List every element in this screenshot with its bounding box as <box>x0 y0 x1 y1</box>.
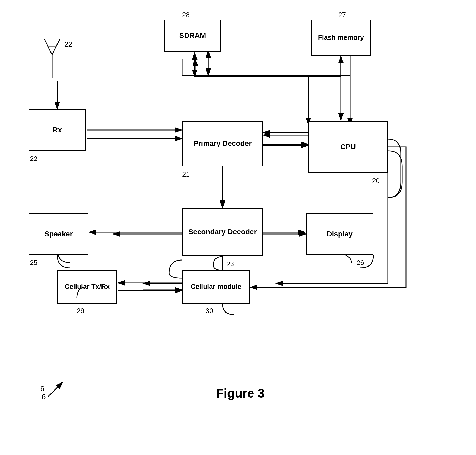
sdram-label: SDRAM <box>179 31 206 40</box>
cpu-label: CPU <box>340 142 356 152</box>
speaker-label: Speaker <box>45 229 73 239</box>
ref-25: 25 <box>30 259 37 267</box>
secondary-decoder-box: Secondary Decoder <box>182 208 263 256</box>
display-box: Display <box>306 213 373 255</box>
secondary-decoder-label: Secondary Decoder <box>188 227 257 237</box>
cellular-txrx-box: Cellular Tx/Rx <box>57 270 117 304</box>
ref-28: 28 <box>182 11 190 19</box>
ref-24: 22 <box>65 40 72 48</box>
antenna-icon <box>42 34 62 81</box>
ref-30: 30 <box>206 307 213 315</box>
flash-label: Flash memory <box>318 33 364 42</box>
cellular-txrx-label: Cellular Tx/Rx <box>65 282 110 291</box>
svg-text:6: 6 <box>42 393 46 401</box>
antenna-symbol <box>42 34 62 82</box>
sdram-box: SDRAM <box>164 20 221 52</box>
cpu-box: CPU <box>308 121 388 173</box>
figure-caption: Figure 3 <box>216 386 265 400</box>
speaker-box: Speaker <box>29 213 88 255</box>
flash-box: Flash memory <box>311 20 371 56</box>
rx-box: Rx <box>29 109 86 151</box>
primary-decoder-label: Primary Decoder <box>193 139 252 148</box>
ref-26: 26 <box>357 259 364 267</box>
ref-27: 27 <box>338 11 346 19</box>
ref-23: 23 <box>226 260 234 268</box>
cellular-module-label: Cellular module <box>191 282 241 291</box>
ref-20: 20 <box>372 177 380 185</box>
fig-ref-svg: 6 <box>40 377 72 403</box>
ref-22: 22 <box>30 155 37 163</box>
cellular-module-box: Cellular module <box>182 270 250 304</box>
diagram: 22 SDRAM 28 Flash memory 27 Rx 22 Primar… <box>0 0 476 455</box>
rx-label: Rx <box>53 125 62 135</box>
svg-line-32 <box>48 382 62 396</box>
ref-29: 29 <box>77 307 84 315</box>
ref-21: 21 <box>182 170 190 178</box>
primary-decoder-box: Primary Decoder <box>182 121 263 166</box>
display-label: Display <box>327 229 353 239</box>
